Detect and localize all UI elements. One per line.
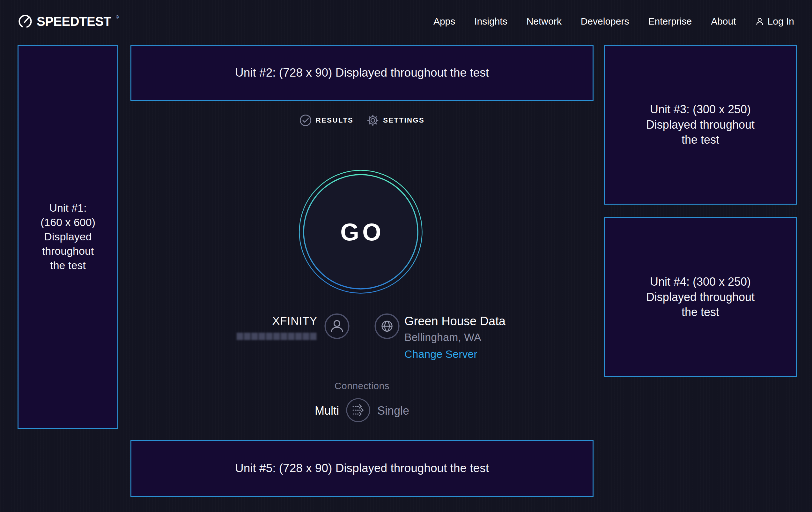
tab-settings[interactable]: SETTINGS: [367, 114, 425, 127]
top-nav: SPEEDTEST ® Apps Insights Network Develo…: [0, 0, 812, 43]
results-settings-tabs: RESULTS SETTINGS: [130, 114, 593, 127]
connections-single-option[interactable]: Single: [377, 404, 409, 417]
isp-info: XFINITY ▆▆▆▆▆▆▆▆▆▆▆: [237, 315, 317, 340]
nav-item-developers[interactable]: Developers: [581, 16, 629, 27]
nav-item-enterprise[interactable]: Enterprise: [648, 16, 692, 27]
check-circle-icon: [299, 114, 312, 127]
connections-label: Connections: [130, 380, 593, 392]
logo-wordmark: SPEEDTEST: [37, 15, 111, 29]
go-label: GO: [297, 168, 425, 296]
change-server-link[interactable]: Change Server: [404, 348, 477, 360]
server-location: Bellingham, WA: [404, 331, 505, 344]
tab-results[interactable]: RESULTS: [299, 114, 354, 127]
ip-address-redacted: ▆▆▆▆▆▆▆▆▆▆▆: [237, 330, 317, 340]
globe-icon: [374, 313, 400, 339]
ad-unit-3[interactable]: Unit #3: (300 x 250) Displayed throughou…: [604, 45, 797, 205]
gear-icon: [367, 114, 379, 127]
ad-unit-2[interactable]: Unit #2: (728 x 90) Displayed throughout…: [130, 45, 593, 101]
isp-person-icon: [324, 313, 350, 339]
connections-section: Connections Multi Single: [130, 380, 593, 424]
nav-links: Apps Insights Network Developers Enterpr…: [433, 16, 736, 27]
ad-unit-1[interactable]: Unit #1: (160 x 600) Displayed throughou…: [18, 45, 118, 429]
nav-item-insights[interactable]: Insights: [474, 16, 507, 27]
registered-trademark: ®: [116, 15, 119, 20]
ad-unit-2-text: Unit #2: (728 x 90) Displayed throughout…: [235, 65, 489, 81]
ad-unit-3-text: Unit #3: (300 x 250) Displayed throughou…: [646, 102, 755, 147]
ad-unit-4-text: Unit #4: (300 x 250) Displayed throughou…: [646, 274, 755, 320]
tab-results-label: RESULTS: [316, 116, 354, 125]
login-label: Log In: [768, 16, 794, 27]
speedtest-logo[interactable]: SPEEDTEST ®: [18, 14, 118, 29]
ad-unit-5-text: Unit #5: (728 x 90) Displayed throughout…: [235, 461, 489, 476]
ad-unit-1-text: Unit #1: (160 x 600) Displayed throughou…: [40, 201, 95, 272]
connections-multi-option[interactable]: Multi: [315, 404, 339, 417]
ad-unit-4[interactable]: Unit #4: (300 x 250) Displayed throughou…: [604, 217, 797, 377]
nav-item-apps[interactable]: Apps: [433, 16, 455, 27]
nav-item-network[interactable]: Network: [527, 16, 562, 27]
server-name: Green House Data: [404, 315, 505, 328]
multi-connections-icon[interactable]: [346, 398, 371, 424]
server-info: Green House Data Bellingham, WA Change S…: [404, 315, 505, 360]
go-button[interactable]: GO: [297, 168, 425, 296]
speedtest-gauge-icon: [18, 14, 32, 29]
isp-name: XFINITY: [237, 315, 317, 327]
login-button[interactable]: Log In: [755, 16, 794, 27]
isp-server-icons: [324, 313, 400, 339]
person-icon: [755, 17, 764, 26]
ad-unit-5[interactable]: Unit #5: (728 x 90) Displayed throughout…: [130, 440, 593, 497]
connection-info-row: XFINITY ▆▆▆▆▆▆▆▆▆▆▆ Green House Data Bel…: [130, 311, 593, 366]
connections-toggle-row: Multi Single: [130, 398, 593, 424]
tab-settings-label: SETTINGS: [383, 116, 425, 125]
nav-item-about[interactable]: About: [711, 16, 736, 27]
